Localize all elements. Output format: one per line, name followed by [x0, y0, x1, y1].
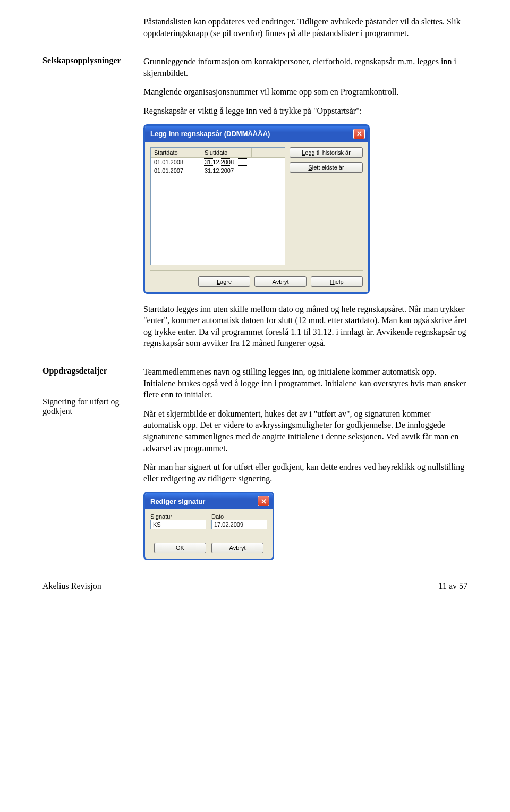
dialog-titlebar: Rediger signatur ✕ — [145, 493, 273, 509]
btn-lagre[interactable]: Lagre — [198, 276, 250, 287]
label-dato: Dato — [211, 513, 267, 520]
table-row[interactable]: 01.01.2007 31.12.2007 — [151, 166, 285, 175]
btn-slett-eldste-aar[interactable]: Slett eldste år — [290, 162, 363, 173]
dialog-title: Legg inn regnskapsår (DDMMÅÅÅÅ) — [150, 130, 270, 138]
btn-legg-til-historisk-aar[interactable]: Legg til historisk år — [290, 147, 363, 158]
btn-hjelp[interactable]: Hjelp — [311, 276, 363, 287]
footer-left: Akelius Revisjon — [42, 581, 101, 591]
cell-slutt: 31.12.2007 — [201, 166, 252, 175]
intro-paragraph: Påstandslisten kan oppdateres ved endrin… — [143, 16, 468, 39]
input-dato[interactable] — [211, 520, 267, 529]
dialog-regnskapsaar: Legg inn regnskapsår (DDMMÅÅÅÅ) ✕ Startd… — [143, 124, 370, 294]
section-heading-oppdragsdetaljer: Oppdragsdetaljer — [42, 366, 143, 376]
dialog-rediger-signatur: Rediger signatur ✕ Signatur Dato — [143, 492, 274, 560]
body-text: Når man har signert ut for utført eller … — [143, 461, 468, 484]
close-icon[interactable]: ✕ — [258, 496, 269, 506]
grid-header-startdato: Startdato — [151, 148, 201, 157]
body-text: Manglende organisasjonsnummer vil komme … — [143, 86, 468, 98]
body-text: Teammedlemmenes navn og stilling legges … — [143, 366, 468, 401]
btn-avbryt[interactable]: Avbryt — [211, 543, 264, 553]
input-signatur[interactable] — [150, 520, 206, 529]
cell-start: 01.01.2008 — [151, 158, 201, 166]
dialog-title: Rediger signatur — [150, 497, 205, 505]
section-subheading-signering: Signering for utført og godkjent — [42, 397, 143, 416]
dialog-titlebar: Legg inn regnskapsår (DDMMÅÅÅÅ) ✕ — [145, 126, 368, 142]
btn-ok[interactable]: OK — [154, 543, 206, 553]
section-heading-selskapsopplysninger: Selskapsopplysninger — [42, 56, 143, 65]
page-footer: Akelius Revisjon 11 av 57 — [42, 581, 468, 591]
label-signatur: Signatur — [150, 513, 206, 520]
body-text: Når et skjermbilde er dokumentert, hukes… — [143, 408, 468, 454]
grid-header-sluttdato: Sluttdato — [201, 148, 252, 157]
close-icon[interactable]: ✕ — [353, 129, 365, 139]
year-grid[interactable]: Startdato Sluttdato 01.01.2008 31.12.200… — [150, 147, 285, 265]
footer-right: 11 av 57 — [438, 581, 468, 591]
btn-avbryt[interactable]: Avbryt — [254, 276, 307, 287]
cell-start: 01.01.2007 — [151, 166, 201, 175]
table-row[interactable]: 01.01.2008 31.12.2008 — [151, 158, 285, 166]
body-text: Grunnleggende informasjon om kontaktpers… — [143, 56, 468, 79]
body-text: Regnskapsår er viktig å legge inn ved å … — [143, 105, 468, 117]
body-text: Startdato legges inn uten skille mellom … — [143, 303, 468, 349]
cell-slutt: 31.12.2008 — [201, 158, 252, 166]
